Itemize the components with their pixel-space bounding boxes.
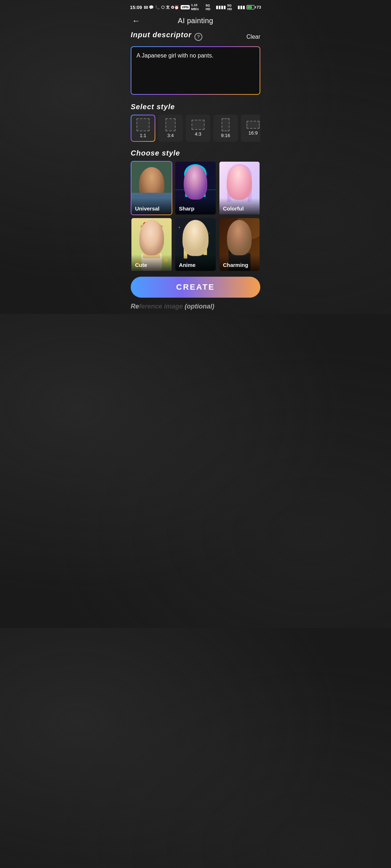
- ratio-icon-3-4: [165, 118, 176, 131]
- create-section: CREATE: [131, 277, 260, 298]
- svg-point-4: [147, 182, 149, 185]
- ratio-item-16-9[interactable]: 16:9: [241, 115, 260, 142]
- svg-point-8: [184, 164, 207, 184]
- svg-point-31: [142, 233, 161, 254]
- svg-rect-28: [143, 223, 160, 228]
- style-card-universal[interactable]: Universal: [131, 161, 172, 215]
- ratio-label-9-16: 9:16: [221, 133, 230, 138]
- svg-point-60: [247, 246, 249, 248]
- style-card-label-sharp: Sharp: [175, 198, 215, 214]
- ratio-label-1-1: 1:1: [140, 133, 146, 138]
- svg-rect-10: [203, 179, 206, 197]
- svg-point-35: [154, 241, 156, 243]
- svg-point-21: [235, 184, 238, 188]
- status-system-icons: ⏰ VPN 1.10 MB/s 5G HD ▮▮▮▮ 5G HD ▮▮▮ 73: [174, 3, 261, 11]
- svg-point-41: [184, 222, 207, 242]
- style-card-sharp[interactable]: Sharp: [175, 161, 216, 215]
- svg-point-47: [190, 241, 192, 243]
- descriptor-input-wrapper[interactable]: A Japanese girl with no pants.: [131, 46, 260, 95]
- style-card-label-anime: Anime: [175, 255, 215, 271]
- descriptor-input-inner[interactable]: A Japanese girl with no pants.: [131, 47, 260, 94]
- ratio-icon-16-9: [247, 121, 260, 129]
- svg-text:✦: ✦: [178, 226, 181, 229]
- select-style-section: Select style 1:1 3:4 4:3: [131, 103, 260, 142]
- style-card-label-charming: Charming: [219, 255, 260, 271]
- style-card-cute[interactable]: Cute: [131, 217, 172, 272]
- icon-pay: 支: [166, 5, 170, 10]
- svg-rect-43: [203, 236, 207, 255]
- select-style-title: Select style: [131, 103, 260, 111]
- svg-text:✦: ✦: [208, 232, 210, 234]
- choose-style-title: Choose style: [131, 149, 260, 157]
- svg-text:✦: ✦: [191, 242, 192, 244]
- descriptor-left: Input descriptor ?: [131, 31, 202, 43]
- svg-point-2: [141, 172, 162, 188]
- svg-point-27: [140, 224, 163, 230]
- style-card-charming[interactable]: Charming: [219, 217, 260, 272]
- ratio-icon-9-16: [222, 118, 230, 131]
- signal-bars: ▮▮▮▮: [216, 5, 226, 10]
- svg-point-29: [143, 222, 148, 227]
- svg-rect-57: [228, 237, 232, 256]
- style-card-label-cute: Cute: [131, 255, 172, 271]
- svg-point-58: [231, 233, 248, 254]
- network1-icon: 5G HD: [206, 4, 214, 11]
- page-title: AI painting: [178, 17, 213, 25]
- status-time: 15:09: [130, 5, 142, 10]
- ratio-item-4-3[interactable]: 4:3: [186, 115, 210, 142]
- ratio-icon-4-3: [192, 120, 205, 130]
- status-notification-icons: 🖂 💬 📞 ⬡ 支 ✿: [144, 5, 174, 10]
- create-button[interactable]: CREATE: [131, 277, 260, 298]
- svg-point-32: [146, 240, 151, 245]
- header: ← AI painting: [125, 13, 266, 31]
- alarm-icon: ⏰: [174, 5, 179, 10]
- signal-bars2: ▮▮▮: [237, 5, 245, 10]
- ratio-item-3-4[interactable]: 3:4: [158, 115, 183, 142]
- style-card-label-colorful: Colorful: [219, 198, 260, 214]
- svg-point-48: [197, 241, 199, 243]
- style-card-colorful[interactable]: Colorful: [219, 161, 260, 215]
- ratio-label-16-9: 16:9: [248, 130, 257, 136]
- ratio-item-9-16[interactable]: 9:16: [213, 115, 238, 142]
- svg-point-22: [241, 184, 244, 188]
- vpn-badge: VPN: [181, 5, 190, 9]
- ratio-item-1-1[interactable]: 1:1: [131, 115, 155, 142]
- svg-point-62: [241, 241, 245, 245]
- svg-point-11: [187, 176, 204, 196]
- svg-rect-9: [185, 179, 188, 197]
- svg-point-61: [234, 241, 238, 245]
- svg-point-1: [142, 171, 161, 193]
- svg-point-56: [229, 223, 250, 242]
- style-grid: Universal: [131, 161, 260, 272]
- svg-point-46: [197, 240, 202, 246]
- choose-style-section: Choose style Universal: [131, 149, 260, 272]
- svg-point-20: [231, 177, 248, 197]
- style-card-anime[interactable]: ✦ ✦ ✦ Anime: [175, 217, 216, 272]
- help-icon[interactable]: ?: [194, 33, 202, 41]
- main-content: Input descriptor ? Clear A Japanese girl…: [125, 31, 266, 314]
- svg-point-51: [199, 245, 203, 247]
- status-bar: 15:09 🖂 💬 📞 ⬡ 支 ✿ ⏰ VPN 1.10 MB/s 5G HD …: [125, 0, 266, 13]
- style-card-label-universal: Universal: [131, 198, 172, 214]
- svg-point-36: [144, 245, 148, 247]
- reference-section: Reference image (optional): [131, 303, 260, 314]
- icon-app1: ⬡: [161, 5, 165, 10]
- svg-point-5: [154, 182, 156, 185]
- svg-point-13: [197, 183, 201, 187]
- svg-point-63: [235, 241, 236, 243]
- speed-indicator: 1.10 MB/s: [191, 3, 204, 11]
- icon-mail: 🖂: [144, 5, 148, 9]
- back-button[interactable]: ←: [131, 15, 142, 27]
- clear-button[interactable]: Clear: [247, 34, 260, 40]
- svg-point-17: [227, 164, 252, 189]
- ratio-list: 1:1 3:4 4:3 9:16: [131, 115, 260, 142]
- svg-point-12: [190, 183, 194, 187]
- svg-point-37: [155, 245, 159, 247]
- descriptor-section-title: Input descriptor: [131, 31, 192, 39]
- ratio-icon-1-1: [136, 118, 150, 131]
- svg-point-30: [144, 224, 147, 226]
- svg-point-64: [242, 241, 243, 243]
- descriptor-input-text: A Japanese girl with no pants.: [136, 52, 214, 59]
- reference-title: Reference image (optional): [131, 303, 214, 310]
- network2-icon: 5G HD: [227, 4, 236, 11]
